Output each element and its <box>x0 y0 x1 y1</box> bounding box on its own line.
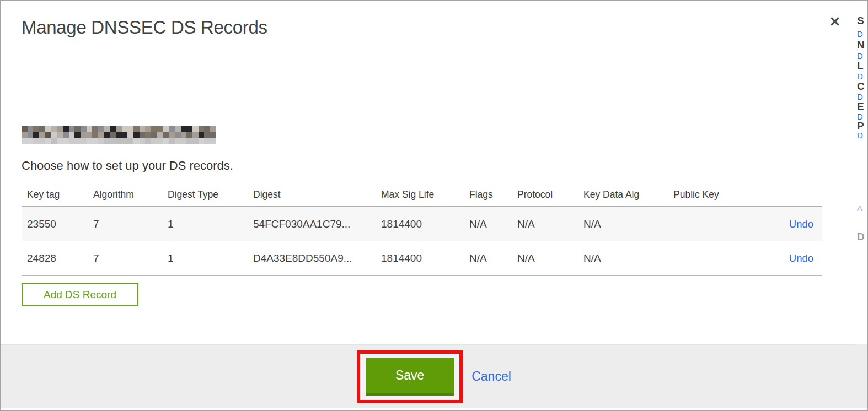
background-page-fragment: E <box>857 101 864 113</box>
table-cell: 1814400 <box>376 252 464 264</box>
screenshot-root: Manage DNSSEC DS Records ✕ Choose how to… <box>0 0 868 411</box>
modal-footer: Save Cancel <box>1 344 867 408</box>
undo-link[interactable]: Undo <box>778 252 822 264</box>
table-cell: N/A <box>578 218 668 230</box>
page-title: Manage DNSSEC DS Records <box>22 17 267 38</box>
redacted-domain-name <box>22 126 216 144</box>
table-cell: D4A33E8DD550A9... <box>248 252 376 264</box>
annotation-highlight-box: Save <box>357 350 463 403</box>
ds-records-table: Key tagAlgorithmDigest TypeDigestMax Sig… <box>22 183 822 276</box>
table-cell: 54FCF030AA1C79... <box>248 218 376 230</box>
footer-strip-extension <box>854 344 867 408</box>
column-header: Key tag <box>22 189 88 201</box>
modal-right-border <box>854 1 854 410</box>
table-cell: N/A <box>464 252 512 264</box>
table-row: 2482871D4A33E8DD550A9...1814400N/AN/AN/A… <box>22 241 822 276</box>
table-cell: N/A <box>512 218 578 230</box>
background-page-fragment: D <box>857 92 863 101</box>
column-header: Public Key <box>668 189 778 201</box>
table-cell: N/A <box>464 218 512 230</box>
table-row: 235507154FCF030AA1C79...1814400N/AN/AN/A… <box>22 207 822 241</box>
background-page-fragment: N <box>857 39 865 51</box>
table-cell: 7 <box>88 252 162 264</box>
background-page-fragment: S <box>857 15 864 27</box>
close-icon[interactable]: ✕ <box>826 13 844 30</box>
column-header: Algorithm <box>88 189 162 201</box>
table-cell: N/A <box>578 252 668 264</box>
column-header: Flags <box>464 189 512 201</box>
table-cell: 1 <box>162 218 248 230</box>
table-cell: 7 <box>88 218 162 230</box>
background-page-fragment: L <box>857 60 864 72</box>
table-cell: 23550 <box>22 218 88 230</box>
column-header: Digest <box>248 189 376 201</box>
table-cell: 1814400 <box>376 218 464 230</box>
table-cell: 24828 <box>22 252 88 264</box>
column-header: Protocol <box>512 189 578 201</box>
background-page-fragment: D <box>857 231 865 243</box>
background-page-fragment: D <box>857 131 863 140</box>
save-button[interactable]: Save <box>366 358 454 396</box>
background-page-fragment: A <box>857 203 862 213</box>
column-header: Key Data Alg <box>578 189 668 201</box>
table-cell: 1 <box>162 252 248 264</box>
subtitle: Choose how to set up your DS records. <box>22 159 233 173</box>
background-page-fragment: D <box>857 29 863 39</box>
background-page-fragment: D <box>857 51 863 61</box>
background-page-fragment: C <box>857 80 865 93</box>
table-cell: N/A <box>512 252 578 264</box>
column-header: Max Sig Life <box>376 189 464 201</box>
undo-link[interactable]: Undo <box>778 218 822 230</box>
add-ds-record-button[interactable]: Add DS Record <box>22 283 138 306</box>
column-header: Digest Type <box>162 189 248 201</box>
cancel-link[interactable]: Cancel <box>471 369 511 384</box>
background-page-fragment: D <box>857 72 863 81</box>
table-header-row: Key tagAlgorithmDigest TypeDigestMax Sig… <box>22 183 822 207</box>
